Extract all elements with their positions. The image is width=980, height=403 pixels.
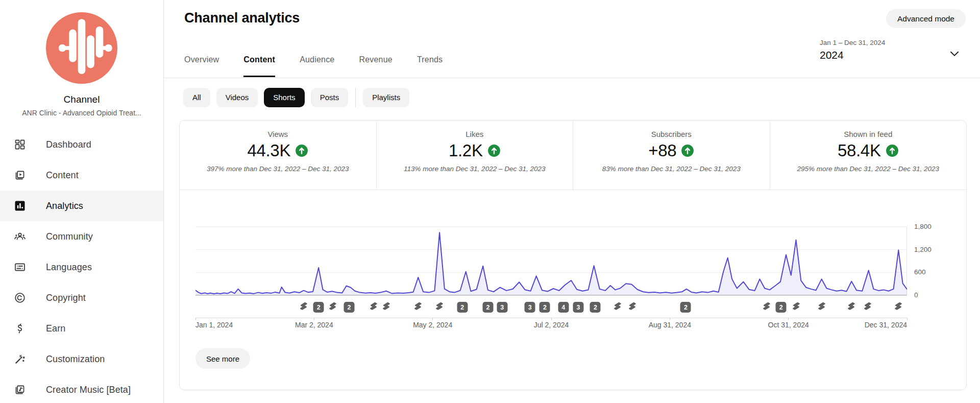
chevron-down-icon bbox=[948, 47, 961, 60]
shorts-published-marker[interactable] bbox=[413, 302, 423, 312]
shorts-published-marker[interactable] bbox=[369, 302, 379, 312]
sidebar-item-analytics[interactable]: Analytics bbox=[0, 191, 163, 221]
shorts-icon bbox=[817, 302, 827, 312]
shorts-published-marker[interactable] bbox=[817, 302, 827, 312]
filter-chip-shorts[interactable]: Shorts bbox=[264, 88, 304, 107]
shorts-icon bbox=[413, 302, 423, 312]
shorts-published-count-marker[interactable]: 2 bbox=[457, 302, 468, 313]
sidebar-item-earn[interactable]: Earn bbox=[0, 313, 163, 344]
sidebar-item-label: Earn bbox=[46, 323, 65, 334]
filter-chip-posts[interactable]: Posts bbox=[311, 88, 349, 107]
shorts-published-count-marker[interactable]: 2 bbox=[776, 302, 787, 313]
channel-subtitle: ANR Clinic - Advanced Opioid Treat... bbox=[0, 109, 163, 117]
shorts-icon bbox=[893, 302, 903, 312]
shorts-published-count-marker[interactable]: 3 bbox=[525, 302, 535, 313]
shorts-published-count-marker[interactable]: 3 bbox=[573, 302, 583, 313]
dashboard-icon bbox=[14, 138, 26, 151]
shorts-published-count-marker[interactable]: 4 bbox=[558, 302, 569, 313]
shorts-published-marker[interactable] bbox=[627, 302, 638, 312]
shorts-published-marker[interactable] bbox=[846, 302, 856, 312]
shorts-published-count-marker[interactable]: 2 bbox=[313, 302, 324, 313]
shorts-published-count-marker[interactable]: 3 bbox=[497, 302, 507, 313]
marker-count-badge: 2 bbox=[457, 302, 468, 313]
shorts-published-marker[interactable] bbox=[612, 302, 623, 312]
tab-audience[interactable]: Audience bbox=[300, 55, 334, 77]
advanced-mode-button[interactable]: Advanced mode bbox=[886, 9, 966, 28]
tab-trends[interactable]: Trends bbox=[417, 55, 443, 77]
sidebar-item-content[interactable]: Content bbox=[0, 160, 163, 191]
sidebar: Channel ANR Clinic - Advanced Opioid Tre… bbox=[0, 0, 164, 403]
languages-icon bbox=[14, 261, 26, 273]
tab-overview[interactable]: Overview bbox=[184, 55, 219, 77]
analytics-tabs: OverviewContentAudienceRevenueTrends bbox=[184, 55, 467, 77]
tab-content[interactable]: Content bbox=[243, 55, 275, 77]
see-more-button[interactable]: See more bbox=[195, 348, 250, 369]
analytics-icon bbox=[14, 200, 26, 212]
y-axis-label: 0 bbox=[914, 291, 918, 299]
sidebar-item-customization[interactable]: Customization bbox=[0, 344, 163, 374]
content-filter-chips: AllVideosShortsPostsPlaylists bbox=[183, 88, 415, 107]
date-range-picker[interactable]: Jan 1 – Dec 31, 2024 2024 bbox=[820, 39, 968, 61]
sidebar-item-community[interactable]: Community bbox=[0, 221, 163, 252]
shorts-icon bbox=[381, 302, 391, 312]
sidebar-item-creator-music-beta[interactable]: Creator Music [Beta] bbox=[0, 374, 163, 403]
x-axis-label: Jul 2, 2024 bbox=[534, 321, 569, 329]
y-axis-label: 1,800 bbox=[914, 223, 932, 230]
shorts-published-marker[interactable] bbox=[328, 302, 338, 312]
shorts-published-marker[interactable] bbox=[434, 302, 445, 312]
shorts-icon bbox=[846, 302, 856, 312]
shorts-icon bbox=[791, 302, 801, 312]
shorts-published-marker[interactable] bbox=[381, 302, 391, 312]
x-axis-label: Dec 31, 2024 bbox=[865, 321, 907, 329]
sidebar-item-label: Dashboard bbox=[46, 139, 91, 150]
sidebar-item-copyright[interactable]: Copyright bbox=[0, 282, 163, 313]
shorts-published-count-marker[interactable]: 2 bbox=[540, 302, 550, 313]
x-axis-tick bbox=[195, 318, 196, 320]
date-range-text: Jan 1 – Dec 31, 2024 bbox=[820, 39, 968, 46]
x-axis-tick bbox=[907, 318, 908, 320]
sidebar-item-label: Community bbox=[46, 231, 93, 242]
x-axis-label: May 2, 2024 bbox=[413, 321, 452, 329]
x-axis-tick bbox=[314, 318, 314, 320]
y-axis-label: 600 bbox=[914, 268, 926, 276]
x-axis-label: Mar 2, 2024 bbox=[295, 321, 333, 329]
sidebar-item-languages[interactable]: Languages bbox=[0, 252, 163, 282]
shorts-published-marker[interactable] bbox=[762, 302, 772, 312]
filter-chip-all[interactable]: All bbox=[183, 88, 210, 107]
y-axis-label: 1,200 bbox=[914, 246, 932, 253]
filter-chip-playlists[interactable]: Playlists bbox=[363, 88, 409, 107]
shorts-published-marker[interactable] bbox=[893, 302, 903, 312]
shorts-published-marker[interactable] bbox=[863, 302, 873, 312]
marker-count-badge: 3 bbox=[497, 302, 507, 313]
marker-count-badge: 2 bbox=[313, 302, 324, 313]
marker-count-badge: 4 bbox=[558, 302, 569, 313]
x-axis-tick bbox=[788, 318, 789, 320]
shorts-icon bbox=[299, 302, 309, 312]
x-axis-tick bbox=[551, 318, 552, 320]
earn-icon bbox=[14, 322, 26, 335]
customization-icon bbox=[14, 353, 26, 365]
filter-chip-videos[interactable]: Videos bbox=[216, 88, 258, 107]
creator-music-icon bbox=[14, 384, 26, 396]
channel-avatar[interactable] bbox=[46, 12, 117, 84]
shorts-published-marker[interactable] bbox=[299, 302, 309, 312]
x-axis-label: Jan 1, 2024 bbox=[195, 321, 233, 329]
tabs-divider bbox=[164, 78, 980, 78]
marker-count-badge: 2 bbox=[344, 302, 355, 313]
views-chart[interactable]: 1,8001,2006000Jan 1, 2024Mar 2, 2024May … bbox=[180, 121, 966, 390]
shorts-published-count-marker[interactable]: 2 bbox=[344, 302, 355, 313]
shorts-published-count-marker[interactable]: 2 bbox=[482, 302, 493, 313]
tab-revenue[interactable]: Revenue bbox=[359, 55, 392, 77]
sidebar-item-label: Content bbox=[46, 170, 79, 181]
shorts-published-count-marker[interactable]: 2 bbox=[680, 302, 691, 313]
x-axis-tick bbox=[432, 318, 433, 320]
shorts-icon bbox=[627, 302, 638, 312]
marker-count-badge: 3 bbox=[573, 302, 583, 313]
shorts-icon bbox=[762, 302, 772, 312]
shorts-icon bbox=[369, 302, 379, 312]
shorts-published-marker[interactable] bbox=[791, 302, 801, 312]
sidebar-item-dashboard[interactable]: Dashboard bbox=[0, 129, 163, 160]
shorts-published-count-marker[interactable]: 2 bbox=[590, 302, 601, 313]
shorts-icon bbox=[328, 302, 338, 312]
x-axis-label: Oct 31, 2024 bbox=[768, 321, 809, 329]
